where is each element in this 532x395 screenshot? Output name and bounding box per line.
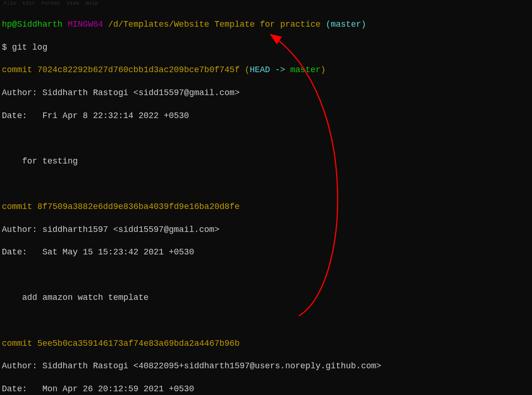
commit-message: add amazon watch template <box>2 292 530 303</box>
commit-hash: 8f7509a3882e6dd9e836ba4039fd9e16ba20d8fe <box>37 202 240 211</box>
menu-format[interactable]: Format <box>42 0 60 7</box>
terminal-output[interactable]: hp@Siddharth MINGW64 /d/Templates/Websit… <box>0 7 532 395</box>
blank-line <box>2 133 530 144</box>
commit-header: commit 7024c82292b627d760cbb1d3ac209bce7… <box>2 64 530 75</box>
menu-help[interactable]: Help <box>86 0 98 7</box>
user-host: hp@Siddharth <box>2 20 63 29</box>
menu-file[interactable]: File <box>4 0 16 7</box>
commit-hash: 7024c82292b627d760cbb1d3ac209bce7b0f745f <box>37 65 240 75</box>
menu-edit[interactable]: Edit <box>22 0 35 7</box>
commit-hash: 5ee5b0ca359146173af74e83a69bda2a4467b96b <box>37 339 240 348</box>
command-git-log: git log <box>12 43 48 52</box>
branch-close: ) <box>361 20 366 29</box>
shell-system: MINGW64 <box>67 20 103 29</box>
commit-message: for testing <box>2 156 530 167</box>
branch-ref: master <box>290 65 321 75</box>
commit-author: Author: Siddharth Rastogi <40822095+sidd… <box>2 360 530 372</box>
blank-line <box>2 315 530 326</box>
branch-name: master <box>331 20 361 29</box>
commit-date: Date: Sat May 15 15:23:42 2021 +0530 <box>2 246 530 258</box>
cwd-path: /d/Templates/Website Template for practi… <box>108 20 321 29</box>
commit-author: Author: Siddharth Rastogi <sidd15597@gma… <box>2 87 530 98</box>
commit-header: commit 8f7509a3882e6dd9e836ba4039fd9e16b… <box>2 201 530 212</box>
blank-line <box>2 178 530 189</box>
commit-date: Date: Mon Apr 26 20:12:59 2021 +0530 <box>2 383 530 395</box>
menu-bar: File Edit Format View Help <box>0 0 532 7</box>
menu-view[interactable]: View <box>66 0 79 7</box>
branch-open: ( <box>325 20 331 29</box>
shell-symbol: $ <box>2 43 12 52</box>
commit-header: commit 5ee5b0ca359146173af74e83a69bda2a4… <box>2 338 530 349</box>
commit-date: Date: Fri Apr 8 22:32:14 2022 +0530 <box>2 110 530 121</box>
command-line: $ git log <box>2 42 530 53</box>
blank-line <box>2 269 530 281</box>
commit-author: Author: siddharth1597 <sidd15597@gmail.c… <box>2 224 530 235</box>
head-label: HEAD -> <box>250 65 290 75</box>
prompt-line: hp@Siddharth MINGW64 /d/Templates/Websit… <box>2 19 530 30</box>
